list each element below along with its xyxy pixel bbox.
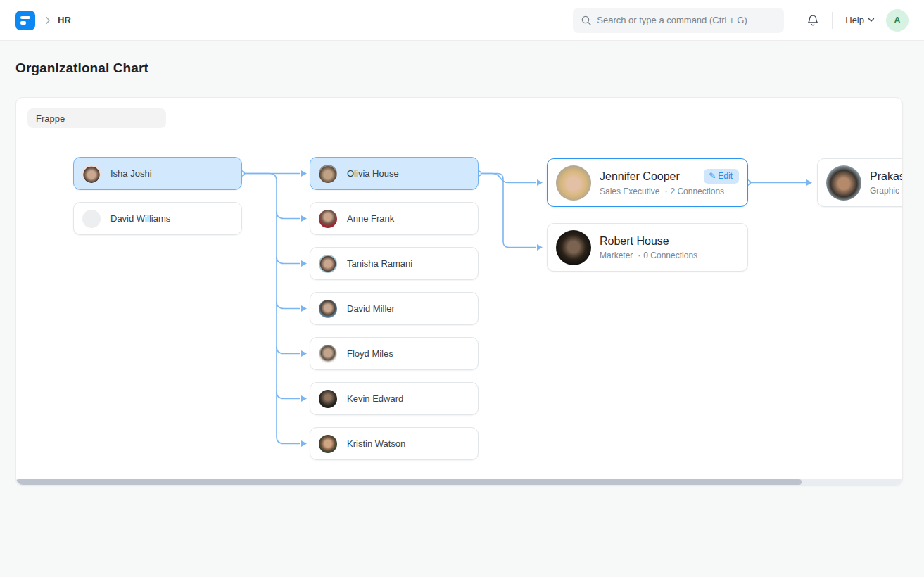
breadcrumb[interactable]: HR <box>58 15 71 25</box>
employee-name: Robert House <box>600 235 669 248</box>
org-node[interactable]: Isha Joshi <box>73 157 242 190</box>
org-node[interactable]: Kevin Edward <box>310 382 479 415</box>
notifications-bell-icon[interactable] <box>806 14 819 27</box>
employee-avatar <box>319 300 337 318</box>
employee-name: Kristin Watson <box>347 438 405 449</box>
employee-role: Graphic Desi <box>870 186 903 196</box>
employee-name: David Williams <box>110 213 170 224</box>
chevron-down-icon <box>868 18 875 23</box>
employee-avatar <box>319 255 337 273</box>
org-node[interactable]: PrakashGraphic Desi <box>817 158 903 207</box>
header-divider <box>832 12 833 29</box>
employee-name: Anne Frank <box>347 213 394 224</box>
org-node[interactable]: Kristin Watson <box>310 427 479 460</box>
org-node[interactable]: Jennifer Cooper✎EditSales Executive·2 Co… <box>547 158 748 207</box>
employee-avatar <box>319 165 337 183</box>
org-node[interactable]: Tanisha Ramani <box>310 247 479 280</box>
search-placeholder: Search or type a command (Ctrl + G) <box>597 15 747 25</box>
search-input[interactable]: Search or type a command (Ctrl + G) <box>573 8 784 33</box>
employee-connections: 0 Connections <box>643 251 697 260</box>
employee-name: Tanisha Ramani <box>347 258 412 269</box>
separator-dot: · <box>638 251 640 260</box>
employee-name: Jennifer Cooper <box>600 170 680 183</box>
employee-name: Isha Joshi <box>110 168 152 179</box>
top-navbar: HR Search or type a command (Ctrl + G) H… <box>0 0 924 41</box>
org-node[interactable]: Floyd Miles <box>310 337 479 370</box>
page-title: Organizational Chart <box>15 61 924 76</box>
horizontal-scrollbar-track[interactable] <box>16 479 902 485</box>
search-icon <box>581 15 591 25</box>
org-node[interactable]: David Williams <box>73 202 242 235</box>
pencil-icon: ✎ <box>709 171 716 181</box>
employee-avatar <box>82 210 101 228</box>
help-label: Help <box>845 15 864 25</box>
employee-name: David Miller <box>347 303 395 314</box>
edit-button[interactable]: ✎Edit <box>704 169 739 184</box>
breadcrumb-chevron-icon <box>45 16 51 25</box>
org-chart-board: Frappe Isha JoshiDavid WilliamsOlivia Ho… <box>15 97 903 486</box>
employee-avatar <box>826 165 861 201</box>
employee-role: Marketer <box>600 251 633 260</box>
employee-name: Floyd Miles <box>347 348 393 359</box>
user-avatar[interactable]: A <box>886 9 909 32</box>
org-node[interactable]: Olivia House <box>310 157 479 190</box>
employee-name: Kevin Edward <box>347 393 403 404</box>
company-select[interactable]: Frappe <box>27 108 166 128</box>
user-avatar-initial: A <box>894 15 900 25</box>
employee-role: Sales Executive <box>600 186 659 196</box>
employee-avatar <box>319 210 337 228</box>
separator-dot: · <box>664 186 667 196</box>
horizontal-scrollbar-thumb[interactable] <box>16 479 802 485</box>
help-menu[interactable]: Help <box>845 15 875 25</box>
employee-connections: 2 Connections <box>670 186 724 196</box>
employee-avatar <box>319 345 337 363</box>
employee-name: Prakash <box>870 170 903 183</box>
employee-avatar <box>82 165 101 183</box>
employee-avatar <box>556 165 591 201</box>
employee-avatar <box>556 230 591 265</box>
org-node[interactable]: David Miller <box>310 292 479 325</box>
employee-avatar <box>319 435 337 453</box>
org-node[interactable]: Anne Frank <box>310 202 479 235</box>
erpnext-logo-icon[interactable] <box>15 11 35 30</box>
employee-name: Olivia House <box>347 168 399 179</box>
edit-label: Edit <box>718 171 733 181</box>
employee-avatar <box>319 390 337 408</box>
org-node[interactable]: Robert HouseMarketer·0 Connections <box>547 223 748 272</box>
